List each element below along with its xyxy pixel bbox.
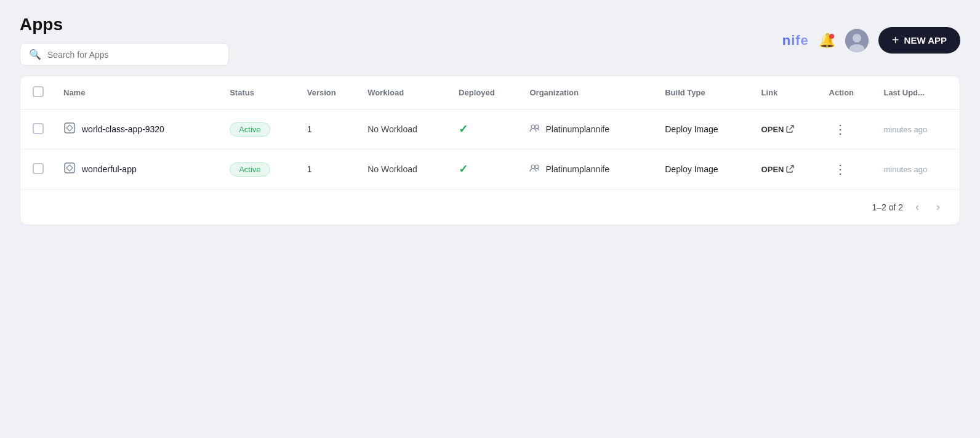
row-checkbox-cell	[20, 149, 57, 189]
status-badge: Active	[230, 122, 270, 137]
notification-dot	[829, 34, 834, 39]
col-build-type: Build Type	[659, 76, 755, 110]
table-row: world-class-app-9320 Active 1 No Workloa…	[20, 110, 960, 149]
new-app-button[interactable]: + NEW APP	[878, 27, 960, 54]
app-name[interactable]: world-class-app-9320	[82, 124, 164, 134]
logo: nife	[782, 33, 809, 49]
timestamp: minutes ago	[883, 125, 927, 134]
row-build-type-cell: Deploy Image	[659, 149, 755, 189]
row-organization-cell: Platinumplannife	[523, 149, 659, 189]
deployed-check: ✓	[459, 123, 468, 135]
row-name-cell: wonderful-app	[57, 149, 223, 189]
org-name: Platinumplannife	[545, 164, 609, 174]
row-status-cell: Active	[223, 110, 301, 149]
svg-point-7	[531, 165, 535, 169]
table-header-row: Name Status Version Workload Deployed	[20, 76, 960, 110]
row-action-cell: ⋮	[823, 110, 878, 149]
header-right: nife 🔔 + NEW APP	[782, 27, 960, 54]
row-link-cell: OPEN	[755, 149, 823, 189]
pagination-info: 1–2 of 2	[872, 202, 903, 212]
org-name: Platinumplannife	[545, 124, 609, 134]
timestamp: minutes ago	[883, 165, 927, 174]
row-checkbox-cell	[20, 110, 57, 149]
row-workload-cell: No Workload	[361, 110, 452, 149]
col-action: Action	[823, 76, 878, 110]
open-link[interactable]: OPEN	[761, 124, 817, 135]
status-badge: Active	[230, 162, 270, 177]
row-deployed-cell: ✓	[452, 149, 523, 189]
col-status: Status	[223, 76, 301, 110]
row-timestamp-cell: minutes ago	[877, 149, 960, 189]
svg-point-4	[531, 125, 535, 129]
app-icon	[63, 162, 76, 177]
pagination-prev-button[interactable]: ‹	[910, 198, 924, 216]
open-link-label: OPEN	[761, 125, 784, 134]
row-action-cell: ⋮	[823, 149, 878, 189]
row-checkbox-0[interactable]	[33, 123, 44, 134]
table-footer: 1–2 of 2 ‹ ›	[20, 189, 960, 225]
app-name[interactable]: wonderful-app	[82, 164, 137, 174]
col-deployed: Deployed	[452, 76, 523, 110]
open-link[interactable]: OPEN	[761, 164, 817, 175]
search-input[interactable]	[47, 50, 220, 60]
col-link: Link	[755, 76, 823, 110]
more-actions-button[interactable]: ⋮	[829, 119, 851, 139]
apps-table-card: Name Status Version Workload Deployed	[20, 76, 960, 225]
row-version-cell: 1	[301, 149, 361, 189]
search-bar[interactable]: 🔍	[20, 43, 229, 66]
row-name-cell: world-class-app-9320	[57, 110, 223, 149]
row-checkbox-1[interactable]	[33, 163, 44, 174]
col-organization: Organization	[523, 76, 659, 110]
avatar[interactable]	[845, 29, 869, 52]
row-deployed-cell: ✓	[452, 110, 523, 149]
more-actions-button[interactable]: ⋮	[829, 159, 851, 179]
org-icon	[529, 124, 540, 135]
notification-button[interactable]: 🔔	[819, 33, 835, 49]
open-link-label: OPEN	[761, 165, 784, 174]
row-timestamp-cell: minutes ago	[877, 110, 960, 149]
main-content: Name Status Version Workload Deployed	[0, 76, 980, 225]
search-icon: 🔍	[29, 49, 41, 60]
col-name: Name	[57, 76, 223, 110]
select-all-checkbox[interactable]	[33, 86, 44, 97]
col-last-updated: Last Upd...	[877, 76, 960, 110]
col-version: Version	[301, 76, 361, 110]
page-title: Apps	[20, 15, 229, 34]
app-icon	[63, 122, 76, 137]
row-version-cell: 1	[301, 110, 361, 149]
plus-icon: +	[892, 33, 899, 47]
row-workload-cell: No Workload	[361, 149, 452, 189]
deployed-check: ✓	[459, 163, 468, 175]
table-row: wonderful-app Active 1 No Workload ✓	[20, 149, 960, 189]
col-workload: Workload	[361, 76, 452, 110]
external-link-icon	[786, 124, 795, 135]
row-link-cell: OPEN	[755, 110, 823, 149]
header-left: Apps 🔍	[20, 15, 229, 66]
col-checkbox	[20, 76, 57, 110]
pagination-next-button[interactable]: ›	[931, 198, 945, 216]
external-link-icon	[786, 164, 795, 175]
row-organization-cell: Platinumplannife	[523, 110, 659, 149]
org-icon	[529, 164, 540, 175]
row-build-type-cell: Deploy Image	[659, 110, 755, 149]
page-header: Apps 🔍 nife 🔔 + NEW APP	[0, 0, 980, 76]
row-status-cell: Active	[223, 149, 301, 189]
svg-point-1	[853, 34, 861, 42]
apps-table: Name Status Version Workload Deployed	[20, 76, 960, 189]
